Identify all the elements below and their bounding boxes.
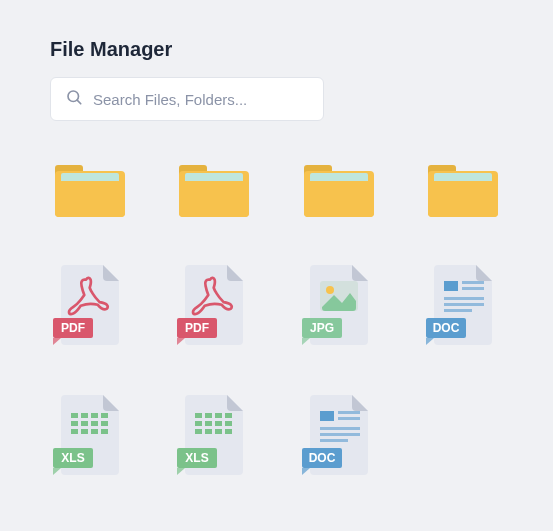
svg-rect-33 bbox=[444, 303, 484, 306]
svg-rect-43 bbox=[81, 421, 88, 426]
folder-icon bbox=[426, 161, 500, 219]
pdf-file-item[interactable]: PDF bbox=[174, 263, 254, 349]
svg-rect-47 bbox=[81, 429, 88, 434]
svg-rect-69 bbox=[338, 411, 360, 414]
svg-rect-72 bbox=[320, 433, 360, 436]
svg-rect-38 bbox=[71, 413, 78, 418]
svg-text:PDF: PDF bbox=[61, 321, 85, 335]
folder-item[interactable] bbox=[299, 161, 379, 219]
svg-text:JPG: JPG bbox=[310, 321, 334, 335]
folder-item[interactable] bbox=[423, 161, 503, 219]
svg-rect-73 bbox=[320, 439, 348, 442]
pdf-file-icon: PDF bbox=[53, 263, 127, 349]
svg-rect-53 bbox=[195, 413, 202, 418]
svg-text:DOC: DOC bbox=[433, 321, 460, 335]
svg-rect-39 bbox=[81, 413, 88, 418]
svg-rect-63 bbox=[215, 429, 222, 434]
xls-file-icon: XLS bbox=[53, 393, 127, 479]
doc-file-item[interactable]: DOC bbox=[423, 263, 503, 349]
svg-marker-36 bbox=[426, 338, 434, 345]
svg-text:XLS: XLS bbox=[61, 451, 84, 465]
svg-marker-75 bbox=[302, 468, 310, 475]
svg-rect-31 bbox=[462, 287, 484, 290]
pdf-file-item[interactable]: PDF bbox=[50, 263, 130, 349]
doc-file-icon: DOC bbox=[426, 263, 500, 349]
svg-marker-27 bbox=[302, 338, 310, 345]
search-box[interactable] bbox=[50, 77, 324, 121]
svg-rect-9 bbox=[179, 181, 249, 217]
svg-rect-34 bbox=[444, 309, 472, 312]
folder-icon bbox=[53, 161, 127, 219]
doc-file-icon: DOC bbox=[302, 393, 376, 479]
svg-rect-30 bbox=[462, 281, 484, 284]
folder-icon bbox=[302, 161, 376, 219]
svg-rect-70 bbox=[338, 417, 360, 420]
folder-icon bbox=[177, 161, 251, 219]
svg-rect-5 bbox=[55, 181, 125, 217]
file-grid: PDF PDF JPG bbox=[50, 161, 503, 479]
svg-rect-46 bbox=[71, 429, 78, 434]
svg-marker-19 bbox=[53, 338, 61, 345]
folder-item[interactable] bbox=[174, 161, 254, 219]
svg-rect-40 bbox=[91, 413, 98, 418]
jpg-file-icon: JPG bbox=[302, 263, 376, 349]
svg-rect-13 bbox=[304, 181, 374, 217]
xls-file-icon: XLS bbox=[177, 393, 251, 479]
svg-rect-57 bbox=[195, 421, 202, 426]
svg-text:XLS: XLS bbox=[186, 451, 209, 465]
svg-rect-56 bbox=[225, 413, 232, 418]
svg-rect-17 bbox=[428, 181, 498, 217]
svg-rect-60 bbox=[225, 421, 232, 426]
svg-rect-29 bbox=[444, 281, 458, 291]
svg-rect-54 bbox=[205, 413, 212, 418]
svg-rect-55 bbox=[215, 413, 222, 418]
jpg-file-item[interactable]: JPG bbox=[299, 263, 379, 349]
svg-rect-49 bbox=[101, 429, 108, 434]
folder-item[interactable] bbox=[50, 161, 130, 219]
svg-rect-41 bbox=[101, 413, 108, 418]
svg-rect-59 bbox=[215, 421, 222, 426]
svg-marker-51 bbox=[53, 468, 61, 475]
svg-rect-71 bbox=[320, 427, 360, 430]
svg-rect-64 bbox=[225, 429, 232, 434]
svg-rect-42 bbox=[71, 421, 78, 426]
svg-rect-45 bbox=[101, 421, 108, 426]
svg-rect-32 bbox=[444, 297, 484, 300]
svg-rect-44 bbox=[91, 421, 98, 426]
svg-point-25 bbox=[326, 286, 334, 294]
search-input[interactable] bbox=[93, 91, 309, 108]
svg-line-1 bbox=[77, 100, 81, 104]
svg-rect-61 bbox=[195, 429, 202, 434]
svg-rect-58 bbox=[205, 421, 212, 426]
svg-rect-62 bbox=[205, 429, 212, 434]
svg-text:DOC: DOC bbox=[308, 451, 335, 465]
xls-file-item[interactable]: XLS bbox=[174, 393, 254, 479]
svg-rect-48 bbox=[91, 429, 98, 434]
pdf-file-icon: PDF bbox=[177, 263, 251, 349]
svg-rect-68 bbox=[320, 411, 334, 421]
xls-file-item[interactable]: XLS bbox=[50, 393, 130, 479]
doc-file-item[interactable]: DOC bbox=[299, 393, 379, 479]
search-icon bbox=[65, 88, 93, 110]
svg-marker-22 bbox=[177, 338, 185, 345]
svg-marker-66 bbox=[177, 468, 185, 475]
page-title: File Manager bbox=[50, 38, 503, 61]
svg-text:PDF: PDF bbox=[185, 321, 209, 335]
